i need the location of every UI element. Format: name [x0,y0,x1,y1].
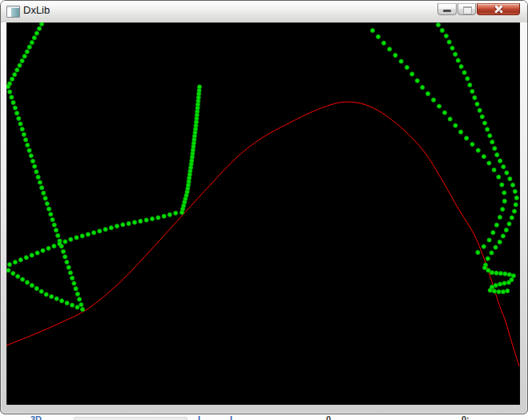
background-text-fragment: 0: [461,415,470,420]
trail-center-vertical [179,85,201,215]
close-icon [494,5,503,14]
background-text-fragment: | [230,415,232,420]
screen: DxLib 3D||00: [0,0,528,420]
background-text-fragment: 0 [326,415,331,420]
trail-right-inner [436,22,518,267]
background-fragment [74,417,187,420]
graphics-canvas[interactable] [6,22,520,405]
trail-right-scribble [482,265,515,293]
dxlib-window: DxLib [0,0,528,414]
trail-right-outer [370,28,506,254]
trail-rising-to-center [7,211,177,266]
window-title: DxLib [23,1,50,20]
trail-left-long-down [6,84,83,306]
titlebar[interactable]: DxLib [1,1,527,22]
background-text-fragment: 3D [30,415,42,420]
background-page-strip: 3D||00: [0,414,528,420]
maximize-icon [463,6,472,14]
canvas-svg [6,22,520,405]
maximize-button[interactable] [457,3,476,15]
background-text-fragment: | [198,415,200,420]
close-button[interactable] [477,3,520,15]
minimize-button[interactable] [437,3,457,15]
app-icon[interactable] [6,6,20,18]
trail-top-left-descent [7,22,43,86]
trail-bottom-left-return [6,269,85,312]
minimize-icon [443,10,451,12]
